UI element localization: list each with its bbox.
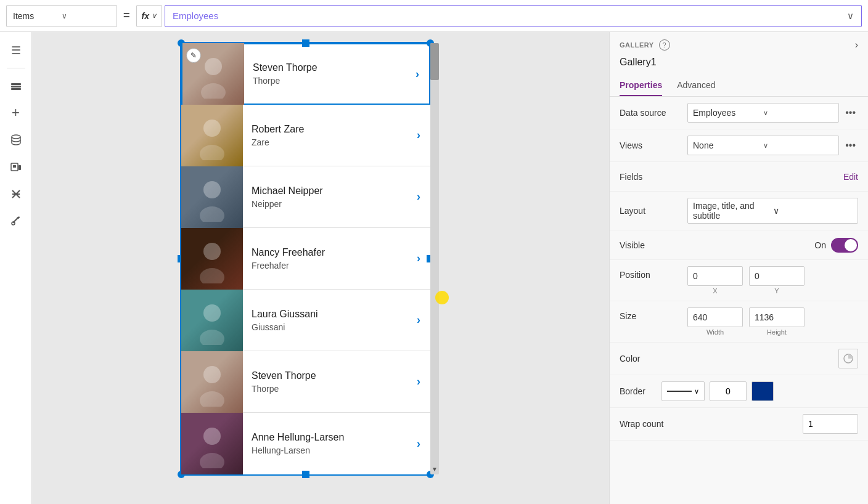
gallery-item-subtitle-1: Zare xyxy=(252,137,408,147)
gallery-item-chevron-icon-3: › xyxy=(417,252,420,265)
size-height-label: Height xyxy=(767,328,787,336)
scrollbar-thumb[interactable] xyxy=(430,43,439,80)
visible-toggle[interactable] xyxy=(831,238,858,253)
position-x-field: X xyxy=(687,266,743,295)
border-label: Border xyxy=(620,386,657,396)
svg-point-24 xyxy=(200,453,224,468)
data-source-dropdown[interactable]: Employees ∨ xyxy=(687,103,839,123)
visible-on-label: On xyxy=(814,240,826,250)
svg-rect-6 xyxy=(18,165,21,170)
help-icon[interactable]: ? xyxy=(659,39,670,51)
fields-control: Edit xyxy=(687,172,858,182)
svg-rect-1 xyxy=(11,86,21,87)
border-style-select[interactable]: ∨ xyxy=(661,381,705,401)
size-height-field: Height xyxy=(749,307,805,336)
gallery-item-photo-3 xyxy=(181,228,243,290)
wrapcount-input[interactable] xyxy=(803,414,858,434)
top-bar: Items ∨ = fx ∨ Employees ∨ xyxy=(0,0,868,32)
layers-sidebar-icon[interactable] xyxy=(4,73,28,98)
gallery-item-2[interactable]: Michael NeipperNeipper› xyxy=(181,166,430,228)
add-sidebar-icon[interactable]: + xyxy=(4,100,28,125)
data-source-more-icon[interactable]: ••• xyxy=(843,107,858,118)
gallery-item-text-4: Laura GiussaniGiussani xyxy=(243,309,417,332)
svg-point-3 xyxy=(12,135,20,139)
gallery-item-photo-1 xyxy=(181,105,243,166)
equals-sign: = xyxy=(123,9,130,22)
gallery-item-6[interactable]: Anne Hellung-LarsenHellung-Larsen› xyxy=(181,413,430,474)
prop-layout: Layout Image, title, and subtitle ∨ xyxy=(610,192,868,230)
menu-sidebar-icon[interactable]: ☰ xyxy=(4,38,28,63)
gallery-inner: Steven ThorpeThorpe›✎ Robert ZareZare› M… xyxy=(181,43,430,474)
gallery-item-3[interactable]: Nancy FreehaferFreehafer› xyxy=(181,228,430,290)
toggle-thumb xyxy=(845,239,857,251)
gallery-item-title-4: Laura Giussani xyxy=(252,309,408,320)
fields-edit-link[interactable]: Edit xyxy=(843,172,858,182)
gallery-item-1[interactable]: Robert ZareZare› xyxy=(181,105,430,166)
border-color-swatch[interactable] xyxy=(751,381,774,401)
formula-chevron-icon: ∨ xyxy=(847,10,854,22)
gallery-scrollbar[interactable]: ▲ ▼ xyxy=(430,43,439,474)
position-inputs: X Y xyxy=(687,266,805,295)
color-swatch[interactable] xyxy=(838,349,858,368)
gallery-wrapper: Steven ThorpeThorpe›✎ Robert ZareZare› M… xyxy=(180,42,432,476)
pencil-edit-icon[interactable]: ✎ xyxy=(186,48,201,63)
svg-point-18 xyxy=(200,268,224,283)
gallery-item-subtitle-0: Thorpe xyxy=(253,76,407,86)
gallery-item-chevron-icon-0: › xyxy=(416,68,419,81)
size-width-input[interactable] xyxy=(687,307,743,327)
position-x-input[interactable] xyxy=(687,266,743,286)
views-label: Views xyxy=(620,140,687,150)
prop-data-source: Data source Employees ∨ ••• xyxy=(610,97,868,129)
layout-dropdown[interactable]: Image, title, and subtitle ∨ xyxy=(687,198,858,224)
views-control: None ∨ ••• xyxy=(687,136,858,155)
gallery-item-4[interactable]: Laura GiussaniGiussani› xyxy=(181,290,430,351)
views-more-icon[interactable]: ••• xyxy=(843,140,858,151)
gallery-item-5[interactable]: Steven ThorpeThorpe› xyxy=(181,351,430,413)
visible-label: Visible xyxy=(620,240,814,250)
svg-point-21 xyxy=(203,366,221,383)
tab-advanced[interactable]: Advanced xyxy=(677,75,715,96)
database-sidebar-icon[interactable] xyxy=(4,128,28,152)
svg-rect-2 xyxy=(11,88,21,90)
data-source-chevron-icon: ∨ xyxy=(763,109,833,117)
svg-point-22 xyxy=(200,391,224,407)
layout-label: Layout xyxy=(620,206,687,216)
scrollbar-down-icon[interactable]: ▼ xyxy=(430,463,439,474)
size-height-input[interactable] xyxy=(749,307,805,327)
gallery-item-photo-4 xyxy=(181,290,243,351)
formula-bar[interactable]: Employees ∨ xyxy=(165,5,862,27)
border-width-input[interactable] xyxy=(710,381,747,401)
svg-point-11 xyxy=(205,58,222,75)
svg-point-19 xyxy=(203,304,221,322)
wrench-sidebar-icon[interactable] xyxy=(4,209,28,234)
gallery-item-title-1: Robert Zare xyxy=(252,124,408,135)
media-sidebar-icon[interactable] xyxy=(4,155,28,179)
items-dropdown[interactable]: Items ∨ xyxy=(6,5,117,27)
canvas-area: Steven ThorpeThorpe›✎ Robert ZareZare› M… xyxy=(32,32,609,504)
border-line-icon xyxy=(667,391,692,392)
gallery-item-photo-6 xyxy=(181,413,243,474)
tab-properties[interactable]: Properties xyxy=(620,75,662,96)
fx-chevron-icon: ∨ xyxy=(152,12,157,20)
layout-value: Image, title, and subtitle xyxy=(693,201,773,221)
views-chevron-icon: ∨ xyxy=(763,142,833,150)
gallery-item-subtitle-3: Freehafer xyxy=(252,261,408,270)
size-width-label: Width xyxy=(706,328,724,336)
gallery-item-chevron-icon-4: › xyxy=(417,314,420,327)
position-x-label: X xyxy=(713,287,717,295)
tools-sidebar-icon[interactable] xyxy=(4,182,28,206)
gallery-item-chevron-icon-5: › xyxy=(417,375,420,388)
gallery-item-0[interactable]: Steven ThorpeThorpe›✎ xyxy=(181,43,430,105)
gallery-item-photo-2 xyxy=(181,166,243,228)
position-y-input[interactable] xyxy=(749,266,805,286)
gallery-item-subtitle-2: Neipper xyxy=(252,199,408,209)
expand-panel-button[interactable]: › xyxy=(855,39,858,51)
gallery-item-title-6: Anne Hellung-Larsen xyxy=(252,432,408,443)
position-y-label: Y xyxy=(774,287,779,295)
views-dropdown[interactable]: None ∨ xyxy=(687,136,839,155)
color-label: Color xyxy=(620,354,838,364)
gallery-item-title-3: Nancy Freehafer xyxy=(252,247,408,258)
fx-button[interactable]: fx ∨ xyxy=(136,5,162,27)
gallery-item-title-2: Michael Neipper xyxy=(252,185,408,197)
svg-point-12 xyxy=(201,83,226,99)
